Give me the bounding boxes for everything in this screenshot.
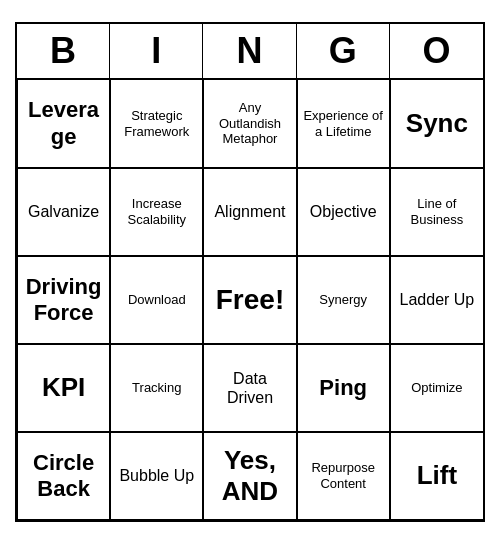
bingo-cell-8[interactable]: Objective (297, 168, 390, 256)
bingo-cell-13[interactable]: Synergy (297, 256, 390, 344)
bingo-cell-15[interactable]: KPI (17, 344, 110, 432)
bingo-letter-g: G (297, 24, 390, 78)
bingo-cell-11[interactable]: Download (110, 256, 203, 344)
bingo-cell-23[interactable]: Repurpose Content (297, 432, 390, 520)
bingo-cell-6[interactable]: Increase Scalability (110, 168, 203, 256)
bingo-cell-0[interactable]: Leverage (17, 80, 110, 168)
bingo-cell-20[interactable]: Circle Back (17, 432, 110, 520)
bingo-cell-4[interactable]: Sync (390, 80, 483, 168)
bingo-cell-5[interactable]: Galvanize (17, 168, 110, 256)
bingo-letter-i: I (110, 24, 203, 78)
bingo-cell-22[interactable]: Yes, AND (203, 432, 296, 520)
bingo-cell-17[interactable]: Data Driven (203, 344, 296, 432)
bingo-cell-16[interactable]: Tracking (110, 344, 203, 432)
bingo-cell-24[interactable]: Lift (390, 432, 483, 520)
bingo-grid: LeverageStrategic FrameworkAny Outlandis… (17, 80, 483, 520)
bingo-cell-7[interactable]: Alignment (203, 168, 296, 256)
bingo-cell-3[interactable]: Experience of a Lifetime (297, 80, 390, 168)
bingo-header: BINGO (17, 24, 483, 80)
bingo-cell-10[interactable]: Driving Force (17, 256, 110, 344)
bingo-cell-19[interactable]: Optimize (390, 344, 483, 432)
bingo-letter-b: B (17, 24, 110, 78)
bingo-cell-18[interactable]: Ping (297, 344, 390, 432)
bingo-card: BINGO LeverageStrategic FrameworkAny Out… (15, 22, 485, 522)
bingo-cell-9[interactable]: Line of Business (390, 168, 483, 256)
bingo-cell-14[interactable]: Ladder Up (390, 256, 483, 344)
bingo-cell-1[interactable]: Strategic Framework (110, 80, 203, 168)
bingo-letter-o: O (390, 24, 483, 78)
bingo-letter-n: N (203, 24, 296, 78)
bingo-cell-21[interactable]: Bubble Up (110, 432, 203, 520)
bingo-cell-12[interactable]: Free! (203, 256, 296, 344)
bingo-cell-2[interactable]: Any Outlandish Metaphor (203, 80, 296, 168)
